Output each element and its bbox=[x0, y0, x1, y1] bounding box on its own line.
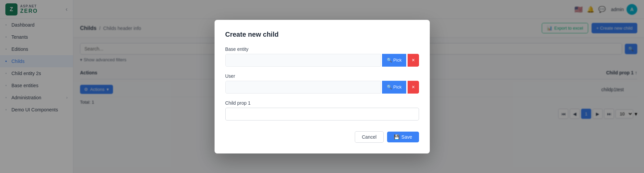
modal-footer: Cancel 💾 Save bbox=[225, 131, 419, 143]
base-entity-input-row: 🔍 Pick × bbox=[225, 54, 419, 67]
user-clear-button[interactable]: × bbox=[408, 81, 419, 94]
user-field-group: User 🔍 Pick × bbox=[225, 73, 419, 94]
base-entity-field-group: Base entity 🔍 Pick × bbox=[225, 46, 419, 67]
save-icon: 💾 bbox=[394, 134, 400, 140]
search-icon: 🔍 bbox=[387, 58, 392, 63]
search-icon: 🔍 bbox=[387, 84, 392, 90]
base-entity-input[interactable] bbox=[225, 54, 381, 67]
child-prop1-field-group: Child prop 1 bbox=[225, 100, 419, 120]
child-prop1-label: Child prop 1 bbox=[225, 100, 419, 106]
user-label: User bbox=[225, 73, 419, 79]
user-input-row: 🔍 Pick × bbox=[225, 81, 419, 94]
base-entity-pick-button[interactable]: 🔍 Pick bbox=[382, 54, 407, 67]
child-prop1-input[interactable] bbox=[225, 108, 419, 120]
cancel-button[interactable]: Cancel bbox=[355, 131, 384, 143]
base-entity-label: Base entity bbox=[225, 46, 419, 52]
modal-title: Create new child bbox=[225, 31, 419, 38]
modal-overlay[interactable]: Create new child Base entity 🔍 Pick × Us… bbox=[0, 0, 644, 173]
user-input[interactable] bbox=[225, 81, 381, 94]
create-child-modal: Create new child Base entity 🔍 Pick × Us… bbox=[215, 20, 430, 153]
user-pick-button[interactable]: 🔍 Pick bbox=[382, 81, 407, 94]
base-entity-clear-button[interactable]: × bbox=[408, 54, 419, 67]
save-button[interactable]: 💾 Save bbox=[387, 132, 419, 142]
